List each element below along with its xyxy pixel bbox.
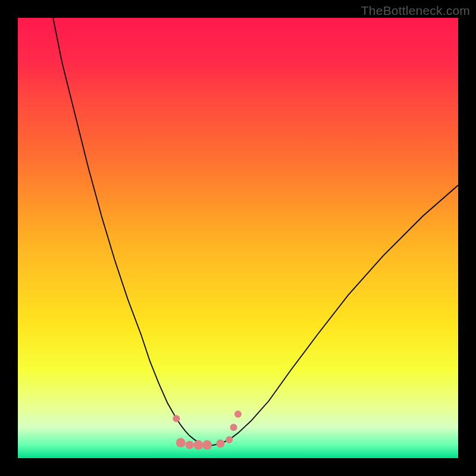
data-marker: [234, 411, 242, 418]
data-marker: [230, 424, 237, 431]
data-marker: [186, 441, 194, 449]
data-marker: [202, 440, 212, 450]
data-marker: [216, 440, 224, 448]
plot-area: [18, 18, 458, 458]
data-marker: [226, 436, 233, 443]
bottleneck-curve: [53, 18, 458, 446]
chart-frame: TheBottleneck.com: [0, 0, 476, 476]
watermark-text: TheBottleneck.com: [361, 4, 470, 18]
data-marker: [193, 440, 203, 450]
data-marker: [173, 415, 180, 422]
data-marker: [176, 438, 186, 447]
chart-svg: [18, 18, 458, 458]
markers-group: [173, 411, 242, 450]
